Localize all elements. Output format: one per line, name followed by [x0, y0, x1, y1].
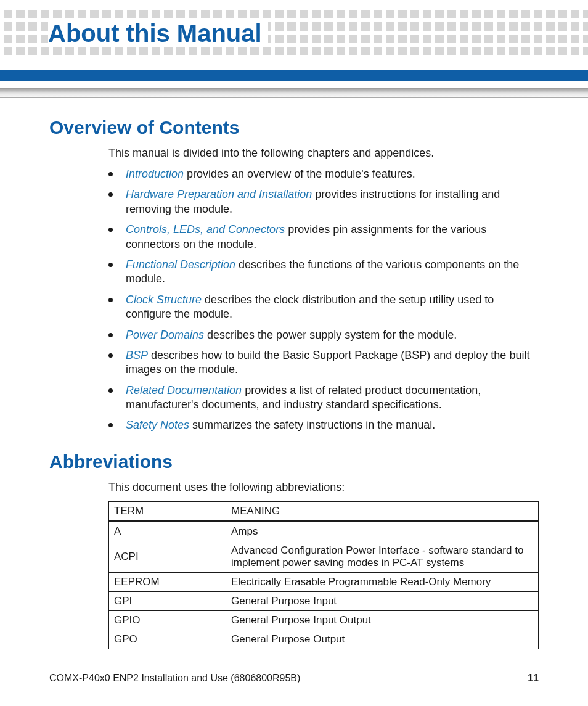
- chapter-link[interactable]: Related Documentation: [126, 384, 242, 396]
- cell-term: EEPROM: [109, 572, 226, 591]
- cell-meaning: Amps: [226, 521, 539, 541]
- cell-meaning: General Purpose Input: [226, 591, 539, 610]
- footer-page-number: 11: [528, 673, 539, 684]
- table-header-row: TERM MEANING: [109, 501, 539, 521]
- cell-term: GPI: [109, 591, 226, 610]
- chapter-link[interactable]: Controls, LEDs, and Connectors: [126, 223, 285, 236]
- title-underline-bar: [0, 70, 588, 81]
- list-item-text: describes how to build the Basic Support…: [126, 349, 529, 376]
- chapter-link[interactable]: Introduction: [126, 168, 184, 180]
- table-row: GPIGeneral Purpose Input: [109, 591, 539, 610]
- list-item: Functional Description describes the fun…: [108, 258, 539, 287]
- chapter-link[interactable]: Power Domains: [126, 329, 204, 341]
- cell-meaning: General Purpose Input Output: [226, 610, 539, 630]
- list-item-text: provides an overview of the module's fea…: [184, 168, 415, 180]
- list-item: Clock Structure describes the clock dist…: [108, 293, 539, 322]
- chapter-link[interactable]: Hardware Preparation and Installation: [126, 188, 312, 200]
- chapter-link[interactable]: Functional Description: [126, 258, 235, 271]
- table-header-term: TERM: [109, 501, 226, 521]
- section-heading-abbreviations: Abbreviations: [49, 451, 539, 472]
- list-item-text: summarizes the safety instructions in th…: [189, 419, 435, 431]
- cell-meaning: Electrically Erasable Programmable Read-…: [226, 572, 539, 591]
- chapter-link[interactable]: Clock Structure: [126, 293, 202, 306]
- cell-term: GPO: [109, 630, 226, 649]
- chapter-link[interactable]: Safety Notes: [126, 419, 189, 431]
- cell-term: A: [109, 521, 226, 541]
- table-row: EEPROMElectrically Erasable Programmable…: [109, 572, 539, 591]
- cell-term: ACPI: [109, 541, 226, 572]
- table-row: GPIOGeneral Purpose Input Output: [109, 610, 539, 630]
- list-item: Power Domains describes the power supply…: [108, 328, 539, 342]
- page-title: About this Manual: [48, 20, 268, 47]
- chapter-link[interactable]: BSP: [126, 349, 148, 361]
- table-header-meaning: MEANING: [226, 501, 539, 521]
- list-item-text: describes the power supply system for th…: [204, 329, 457, 341]
- list-item: Introduction provides an overview of the…: [108, 167, 539, 181]
- page-footer: COMX-P40x0 ENP2 Installation and Use (68…: [49, 665, 539, 684]
- table-row: GPOGeneral Purpose Output: [109, 630, 539, 649]
- list-item: Hardware Preparation and Installation pr…: [108, 187, 539, 216]
- cell-meaning: General Purpose Output: [226, 630, 539, 649]
- page-content: Overview of Contents This manual is divi…: [49, 117, 539, 649]
- section-heading-overview: Overview of Contents: [49, 117, 539, 138]
- abbreviations-intro-text: This document uses the following abbrevi…: [108, 481, 539, 494]
- list-item: Related Documentation provides a list of…: [108, 384, 539, 413]
- abbreviations-table: TERM MEANING AAmpsACPIAdvanced Configura…: [108, 501, 539, 649]
- list-item: BSP describes how to build the Basic Sup…: [108, 348, 539, 377]
- table-row: ACPIAdvanced Configuration Power Interfa…: [109, 541, 539, 572]
- table-row: AAmps: [109, 521, 539, 541]
- list-item: Safety Notes summarizes the safety instr…: [108, 418, 539, 432]
- footer-doc-id: COMX-P40x0 ENP2 Installation and Use (68…: [49, 673, 300, 684]
- cell-meaning: Advanced Configuration Power Interface -…: [226, 541, 539, 572]
- overview-intro-text: This manual is divided into the followin…: [108, 147, 539, 160]
- list-item: Controls, LEDs, and Connectors provides …: [108, 223, 539, 252]
- overview-list: Introduction provides an overview of the…: [108, 167, 539, 433]
- cell-term: GPIO: [109, 610, 226, 630]
- gradient-divider: [0, 88, 588, 98]
